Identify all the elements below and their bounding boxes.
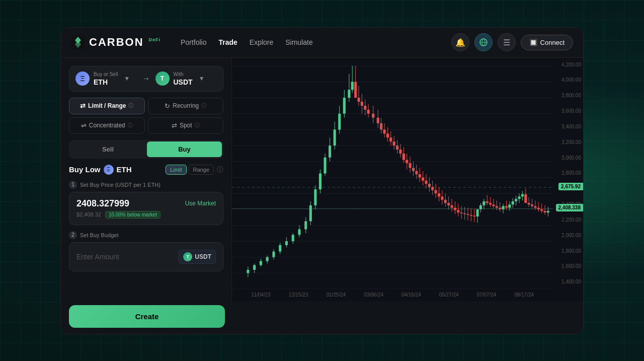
limit-range-info-icon: ⓘ bbox=[128, 102, 133, 109]
x-axis: 11/04/2312/15/2301/25/2403/06/2404/16/24… bbox=[232, 289, 553, 301]
eth-icon: Ξ bbox=[75, 71, 90, 86]
chart-area: 4,200.004,000.003,800.003,600.003,400.00… bbox=[232, 58, 583, 301]
nav-links: Portfolio Trade Explore Simulate bbox=[181, 36, 313, 48]
swap-arrow-icon: → bbox=[142, 74, 150, 83]
to-token-name: USDT bbox=[174, 78, 193, 86]
price-marker-1: 2,675.92 bbox=[558, 183, 583, 190]
trade-tabs: Sell Buy bbox=[69, 140, 223, 159]
budget-placeholder: Enter Amount bbox=[76, 253, 119, 261]
y-label: 3,800.00 bbox=[561, 93, 581, 98]
navbar: CARBON DeFi Portfolio Trade Explore Simu… bbox=[61, 28, 583, 58]
buy-or-sell-label: Buy or Sell bbox=[94, 71, 118, 77]
concentrated-info-icon: ⓘ bbox=[128, 122, 133, 129]
y-label: 4,200.00 bbox=[561, 62, 581, 67]
to-token-chevron: ▼ bbox=[199, 75, 205, 82]
y-label: 1,800.00 bbox=[561, 248, 581, 254]
wallet-icon: 🔲 bbox=[529, 39, 537, 46]
buy-section-info-btn[interactable]: ⓘ bbox=[217, 165, 223, 174]
x-label: 04/16/24 bbox=[401, 292, 421, 298]
price-input-box[interactable]: 2408.327999 Use Market $2,408.32 10.00% … bbox=[69, 192, 223, 225]
limit-range-icon: ⇄ bbox=[80, 102, 86, 110]
buy-tab[interactable]: Buy bbox=[147, 141, 222, 157]
budget-input-box[interactable]: Enter Amount T USDT bbox=[69, 242, 223, 271]
use-market-button[interactable]: Use Market bbox=[185, 200, 216, 207]
connect-label: Connect bbox=[540, 39, 565, 46]
token-selector-row: Ξ Buy or Sell ETH ▼ → T With USDT ▼ bbox=[69, 66, 223, 92]
y-axis: 4,200.004,000.003,800.003,600.003,400.00… bbox=[553, 58, 583, 289]
nav-right: 🔔 ☰ 🔲 Connect bbox=[451, 33, 573, 51]
main-content: Ξ Buy or Sell ETH ▼ → T With USDT ▼ bbox=[61, 58, 583, 301]
create-button[interactable]: Create bbox=[69, 305, 225, 328]
step2-text: Set Buy Budget bbox=[80, 232, 118, 238]
y-label: 2,000.00 bbox=[561, 233, 581, 238]
from-token-selector[interactable]: Ξ Buy or Sell ETH ▼ bbox=[75, 71, 137, 86]
limit-range-label: Limit / Range bbox=[88, 102, 126, 109]
price-value: 2408.327999 bbox=[76, 198, 129, 209]
x-label: 12/15/23 bbox=[289, 292, 308, 298]
spot-info-icon: ⓘ bbox=[195, 122, 200, 129]
buy-eth-icon: Ξ bbox=[104, 165, 114, 175]
usdt-badge-text: USDT bbox=[195, 253, 211, 260]
price-chart bbox=[232, 58, 553, 289]
from-token-name: ETH bbox=[94, 78, 118, 86]
buy-section-title: Buy Low bbox=[69, 165, 101, 174]
logo-icon bbox=[71, 35, 85, 49]
y-label: 3,200.00 bbox=[561, 139, 581, 145]
concentrated-icon: ⇌ bbox=[81, 122, 87, 129]
to-token-selector[interactable]: T With USDT ▼ bbox=[155, 71, 217, 86]
recurring-info-icon: ⓘ bbox=[201, 102, 206, 109]
below-market-badge: 10.00% below market bbox=[105, 211, 160, 219]
range-tab[interactable]: Range bbox=[189, 165, 214, 175]
network-button[interactable] bbox=[474, 33, 493, 51]
sell-tab[interactable]: Sell bbox=[70, 141, 145, 157]
y-label: 1,400.00 bbox=[561, 279, 581, 284]
nav-trade[interactable]: Trade bbox=[218, 36, 237, 48]
concentrated-label: Concentrated bbox=[89, 122, 125, 129]
from-token-chevron: ▼ bbox=[124, 75, 130, 82]
x-label: 11/04/23 bbox=[251, 292, 271, 298]
buy-section-token: ETH bbox=[117, 165, 132, 174]
price-marker-2: 2,408.338 bbox=[556, 204, 584, 211]
y-label: 2,200.00 bbox=[561, 217, 581, 223]
strategy-concentrated[interactable]: ⇌ Concentrated ⓘ bbox=[69, 117, 145, 134]
recurring-icon: ↻ bbox=[165, 102, 170, 110]
x-label: 08/17/24 bbox=[514, 292, 534, 298]
with-label: With bbox=[174, 71, 193, 77]
price-sub: $2,408.32 10.00% below market bbox=[76, 211, 216, 219]
strategy-limit-range[interactable]: ⇄ Limit / Range ⓘ bbox=[69, 98, 145, 114]
y-label: 1,600.00 bbox=[561, 263, 581, 269]
strategy-tabs: ⇄ Limit / Range ⓘ ↻ Recurring ⓘ ⇌ Concen… bbox=[69, 98, 223, 134]
connect-button[interactable]: 🔲 Connect bbox=[521, 35, 573, 50]
x-label: 03/06/24 bbox=[364, 292, 383, 298]
step2-container: 2 Set Buy Budget Enter Amount T USDT bbox=[69, 231, 223, 271]
nav-simulate[interactable]: Simulate bbox=[285, 36, 312, 48]
x-label: 07/07/24 bbox=[476, 292, 496, 298]
step1-text: Set Buy Price (USDT per 1 ETH) bbox=[80, 182, 160, 188]
price-row: 2408.327999 Use Market bbox=[76, 198, 216, 209]
y-label: 4,000.00 bbox=[561, 77, 581, 83]
usdt-icon: T bbox=[155, 71, 170, 86]
buy-section-header: Buy Low Ξ ETH Limit Range ⓘ bbox=[69, 165, 223, 175]
x-label: 05/27/24 bbox=[439, 292, 459, 298]
y-label: 3,000.00 bbox=[561, 155, 581, 161]
step2-label: 2 Set Buy Budget bbox=[69, 231, 223, 239]
step1-num: 1 bbox=[69, 181, 77, 189]
logo-defi: DeFi bbox=[149, 37, 161, 42]
limit-tab[interactable]: Limit bbox=[166, 165, 186, 175]
app-window: CARBON DeFi Portfolio Trade Explore Simu… bbox=[60, 27, 584, 334]
logo-area: CARBON DeFi bbox=[71, 35, 160, 49]
menu-button[interactable]: ☰ bbox=[498, 33, 516, 51]
strategy-recurring[interactable]: ↻ Recurring ⓘ bbox=[148, 98, 224, 114]
limit-range-tab-group: Limit Range bbox=[166, 165, 214, 175]
step1-container: 1 Set Buy Price (USDT per 1 ETH) 2408.32… bbox=[69, 181, 223, 225]
nav-explore[interactable]: Explore bbox=[250, 36, 273, 48]
nav-portfolio[interactable]: Portfolio bbox=[181, 36, 206, 48]
strategy-spot[interactable]: ⇄ Spot ⓘ bbox=[148, 117, 224, 134]
step2-num: 2 bbox=[69, 231, 77, 239]
spot-icon: ⇄ bbox=[172, 122, 177, 129]
price-usd: $2,408.32 bbox=[76, 211, 101, 218]
spot-label: Spot bbox=[180, 122, 192, 129]
y-label: 3,400.00 bbox=[561, 124, 581, 129]
logo-text: CARBON bbox=[89, 36, 144, 49]
notifications-button[interactable]: 🔔 bbox=[451, 33, 469, 51]
